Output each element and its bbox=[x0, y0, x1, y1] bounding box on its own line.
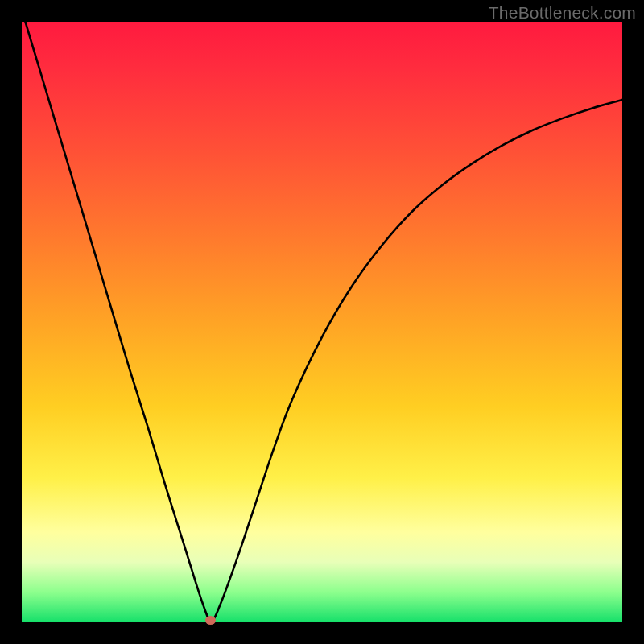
plot-area bbox=[22, 22, 622, 622]
bottleneck-curve bbox=[22, 22, 622, 622]
minimum-marker bbox=[205, 616, 216, 625]
chart-frame: TheBottleneck.com bbox=[0, 0, 644, 644]
watermark-text: TheBottleneck.com bbox=[489, 3, 636, 23]
